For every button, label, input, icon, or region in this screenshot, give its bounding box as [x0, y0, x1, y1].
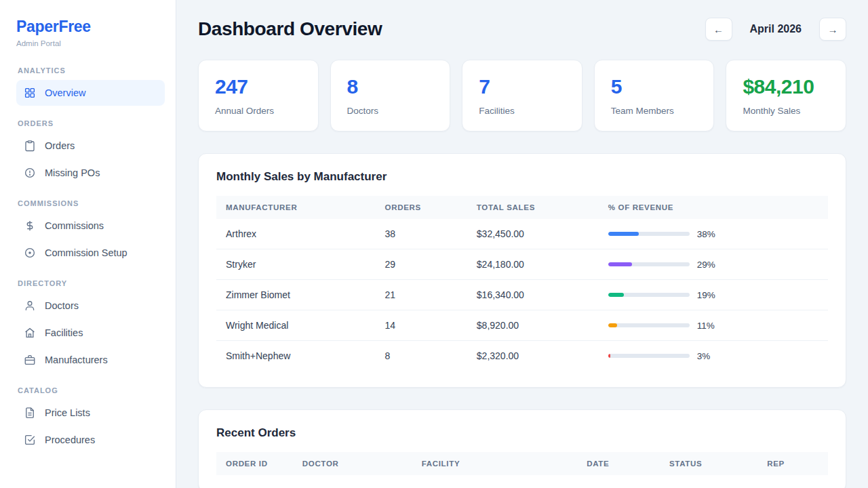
app-name: PaperFree: [16, 18, 159, 36]
total-sales-cell: $32,450.00: [467, 219, 599, 249]
recent-orders-panel: Recent Orders Order ID Doctor Facility D…: [198, 409, 846, 488]
table-header-row: Manufacturer Orders Total Sales % of Rev…: [216, 196, 828, 219]
sidebar-item-label: Commissions: [45, 220, 104, 231]
sidebar-item-label: Manufacturers: [45, 354, 108, 365]
check-square-icon: [24, 434, 36, 446]
column-header-total-sales: Total Sales: [467, 196, 599, 219]
stat-label: Team Members: [611, 106, 698, 116]
sidebar-item-doctors[interactable]: Doctors: [16, 293, 165, 319]
file-text-icon: [24, 407, 36, 419]
stat-label: Doctors: [347, 106, 434, 116]
panel-title: Recent Orders: [216, 426, 828, 440]
stat-card-facilities: 7 Facilities: [462, 60, 583, 131]
panel-title: Monthly Sales by Manufacturer: [216, 170, 828, 184]
revenue-cell: 3%: [599, 341, 828, 371]
sidebar-item-label: Missing POs: [45, 167, 100, 178]
sidebar-item-missing-pos[interactable]: Missing POs: [16, 160, 165, 186]
progress-track: [608, 323, 690, 327]
table-header-row: Order ID Doctor Facility Date Status Rep: [216, 452, 828, 475]
revenue-cell: 29%: [599, 249, 828, 280]
app-subtitle: Admin Portal: [16, 39, 159, 47]
sidebar-item-label: Price Lists: [45, 407, 90, 418]
manufacturer-cell: Arthrex: [216, 219, 376, 249]
manufacturer-cell: Smith+Nephew: [216, 341, 376, 371]
total-sales-cell: $24,180.00: [467, 249, 599, 280]
total-sales-cell: $8,920.00: [467, 310, 599, 341]
alert-circle-icon: [24, 167, 36, 179]
total-sales-cell: $2,320.00: [467, 341, 599, 371]
sidebar-item-label: Facilities: [45, 327, 83, 338]
column-header-order-id: Order ID: [216, 452, 293, 475]
stat-value: 8: [347, 75, 434, 98]
progress-track: [608, 293, 690, 297]
dollar-icon: [24, 220, 36, 232]
stat-label: Annual Orders: [215, 106, 302, 116]
orders-cell: 29: [376, 249, 467, 280]
stat-label: Facilities: [479, 106, 566, 116]
stat-value: 5: [611, 75, 698, 98]
progress-fill: [608, 232, 639, 236]
orders-cell: 21: [376, 280, 467, 310]
user-icon: [24, 300, 36, 312]
sidebar-item-label: Doctors: [45, 300, 79, 311]
sidebar-item-procedures[interactable]: Procedures: [16, 427, 165, 453]
column-header-facility: Facility: [412, 452, 578, 475]
sidebar-item-orders[interactable]: Orders: [16, 133, 165, 159]
stat-card-monthly-sales: $84,210 Monthly Sales: [726, 60, 846, 131]
next-month-button[interactable]: →: [819, 18, 846, 41]
progress-fill: [608, 262, 632, 266]
sales-table: Manufacturer Orders Total Sales % of Rev…: [216, 196, 828, 371]
sidebar-item-label: Orders: [45, 140, 75, 151]
stat-value: 247: [215, 75, 302, 98]
stat-value: 7: [479, 75, 566, 98]
period-navigation: ← April 2026 →: [705, 18, 846, 41]
stat-label: Monthly Sales: [743, 106, 829, 116]
progress-fill: [608, 323, 617, 327]
section-label-directory: DIRECTORY: [18, 279, 159, 287]
total-sales-cell: $16,340.00: [467, 280, 599, 310]
target-icon: [24, 247, 36, 259]
column-header-revenue: % of Revenue: [599, 196, 828, 219]
sidebar-item-commission-setup[interactable]: Commission Setup: [16, 240, 165, 266]
revenue-cell: 11%: [599, 310, 828, 341]
table-row: Zimmer Biomet 21 $16,340.00 19%: [216, 280, 828, 310]
table-row: Smith+Nephew 8 $2,320.00 3%: [216, 341, 828, 371]
sidebar-item-overview[interactable]: Overview: [16, 80, 165, 106]
progress-fill: [608, 293, 624, 297]
section-label-commissions: COMMISSIONS: [18, 199, 159, 207]
section-label-catalog: CATALOG: [18, 386, 159, 394]
sidebar-item-commissions[interactable]: Commissions: [16, 213, 165, 239]
stat-card-annual-orders: 247 Annual Orders: [198, 60, 319, 131]
sidebar-item-label: Overview: [45, 87, 85, 98]
table-row: Stryker 29 $24,180.00 29%: [216, 249, 828, 280]
revenue-percent: 38%: [697, 229, 715, 239]
manufacturer-cell: Stryker: [216, 249, 376, 280]
manufacturer-cell: Zimmer Biomet: [216, 280, 376, 310]
arrow-left-icon: ←: [713, 24, 724, 35]
progress-fill: [608, 354, 611, 358]
orders-cell: 8: [376, 341, 467, 371]
revenue-percent: 3%: [697, 351, 711, 361]
period-label: April 2026: [750, 23, 802, 35]
column-header-date: Date: [577, 452, 660, 475]
sidebar: PaperFree Admin Portal ANALYTICS Overvie…: [0, 0, 176, 488]
progress-track: [608, 262, 690, 266]
sidebar-item-label: Procedures: [45, 434, 95, 445]
sidebar-item-manufacturers[interactable]: Manufacturers: [16, 347, 165, 373]
sidebar-nav: ANALYTICS Overview ORDERS Orders Missing…: [16, 66, 159, 453]
sidebar-item-facilities[interactable]: Facilities: [16, 320, 165, 346]
manufacturer-cell: Wright Medical: [216, 310, 376, 341]
orders-cell: 38: [376, 219, 467, 249]
page-header: Dashboard Overview ← April 2026 →: [198, 18, 846, 41]
grid-icon: [24, 87, 36, 99]
app-logo: PaperFree Admin Portal: [16, 18, 159, 47]
stat-cards: 247 Annual Orders 8 Doctors 7 Facilities…: [198, 60, 846, 131]
stat-card-doctors: 8 Doctors: [330, 60, 451, 131]
sidebar-item-label: Commission Setup: [45, 247, 127, 258]
column-header-doctor: Doctor: [293, 452, 412, 475]
main-content: Dashboard Overview ← April 2026 → 247 An…: [176, 0, 868, 488]
previous-month-button[interactable]: ←: [705, 18, 732, 41]
monthly-sales-panel: Monthly Sales by Manufacturer Manufactur…: [198, 153, 846, 388]
sidebar-item-price-lists[interactable]: Price Lists: [16, 400, 165, 426]
progress-track: [608, 354, 690, 358]
